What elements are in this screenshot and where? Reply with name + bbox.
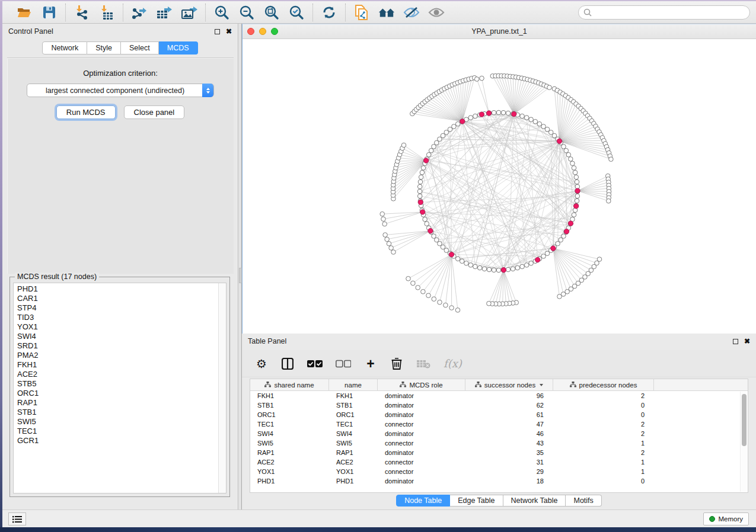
table-cell: dominator	[378, 449, 465, 456]
search-input[interactable]	[595, 8, 745, 17]
mcds-result-item[interactable]: STP4	[17, 303, 226, 313]
table-cell: ORC1	[329, 411, 378, 418]
refresh-view-icon[interactable]	[321, 4, 337, 21]
tab-style[interactable]: Style	[87, 41, 121, 55]
mcds-result-item[interactable]: RAP1	[17, 398, 226, 408]
mcds-result-item[interactable]: STB5	[17, 379, 226, 389]
mcds-result-list[interactable]: PHD1CAR1STP4TID3YOX1SWI4SRD1PMA2FKH1ACE2…	[13, 283, 227, 493]
mcds-result-item[interactable]: SWI5	[17, 417, 226, 427]
tab-node-table[interactable]: Node Table	[396, 495, 450, 507]
mcds-result-item[interactable]: SWI4	[17, 332, 226, 341]
float-panel-icon[interactable]	[215, 29, 220, 34]
task-history-button[interactable]	[8, 512, 26, 525]
table-panel-tabs: Node TableEdge TableNetwork TableMotifs	[242, 495, 756, 507]
mcds-result-item[interactable]: YOX1	[17, 322, 226, 332]
desktop-wallpaper-top	[0, 0, 756, 1]
table-row[interactable]: SWI4SWI4dominator462	[250, 429, 748, 438]
mcds-result-item[interactable]: TID3	[17, 313, 226, 322]
export-table-icon[interactable]	[156, 4, 173, 21]
table-row[interactable]: RAP1RAP1dominator352	[250, 448, 748, 457]
mcds-result-item[interactable]: FKH1	[17, 360, 226, 370]
zoom-fit-icon[interactable]	[263, 4, 280, 21]
table-row[interactable]: ACE2ACE2connector311	[250, 457, 748, 467]
function-builder-icon: f(x)	[444, 357, 462, 371]
control-panel-tabs: NetworkStyleSelectMCDS	[2, 41, 238, 55]
zoom-selected-icon[interactable]	[288, 4, 305, 21]
hide-selected-icon[interactable]	[403, 4, 420, 21]
table-cell: 2	[553, 421, 654, 428]
tab-select[interactable]: Select	[121, 41, 159, 55]
import-network-icon[interactable]	[74, 4, 90, 21]
import-table-icon[interactable]	[98, 4, 115, 21]
table-toolbar: ⚙ + f(x)	[242, 350, 756, 377]
chevron-up-down-icon	[202, 84, 213, 97]
network-view-panel: YPA_prune.txt_1	[242, 24, 756, 334]
table-cell: 2	[553, 392, 654, 399]
mcds-result-item[interactable]: PMA2	[17, 351, 226, 360]
table-row[interactable]: ORC1ORC1dominator610	[250, 410, 748, 419]
delete-row-icon[interactable]	[390, 357, 403, 371]
export-image-icon[interactable]	[181, 4, 197, 21]
mcds-result-item[interactable]: CAR1	[17, 294, 226, 303]
column-header-shared-name[interactable]: shared name	[250, 379, 329, 390]
tab-network[interactable]: Network	[42, 41, 87, 55]
mcds-result-item[interactable]: STB1	[17, 408, 226, 417]
table-cell: connector	[378, 459, 465, 466]
first-neighbors-icon[interactable]	[378, 4, 395, 21]
table-row[interactable]: YOX1YOX1connector291	[250, 467, 748, 476]
mcds-result-item[interactable]: SRD1	[17, 341, 226, 351]
table-row[interactable]: TEC1TEC1connector472	[250, 419, 748, 429]
table-cell: 61	[465, 411, 553, 418]
column-header-successor-nodes[interactable]: successor nodes	[465, 379, 553, 390]
duplicate-network-icon[interactable]	[353, 4, 370, 21]
table-row[interactable]: FKH1FKH1dominator962	[250, 391, 748, 400]
mcds-result-group: MCDS result (17 nodes) PHD1CAR1STP4TID3Y…	[9, 277, 230, 497]
mcds-result-item[interactable]: ACE2	[17, 370, 226, 379]
float-table-panel-icon[interactable]	[733, 339, 738, 344]
close-panel-icon[interactable]: ✖	[226, 28, 232, 35]
tab-edge-table[interactable]: Edge Table	[450, 495, 503, 507]
mcds-result-item[interactable]: TEC1	[17, 427, 226, 436]
criterion-dropdown-value: largest connected component (undirected)	[27, 86, 213, 95]
column-header-MCDS-role[interactable]: MCDS role	[378, 379, 465, 390]
column-header-predecessor-nodes[interactable]: predecessor nodes	[553, 379, 654, 390]
table-settings-icon[interactable]: ⚙	[255, 357, 268, 371]
show-all-icon[interactable]	[428, 4, 445, 21]
zoom-out-icon[interactable]	[238, 4, 255, 21]
table-cell: 43	[465, 440, 553, 447]
open-file-icon[interactable]	[16, 4, 33, 21]
table-row[interactable]: PHD1PHD1dominator180	[250, 476, 748, 486]
memory-button[interactable]: Memory	[703, 512, 749, 525]
table-cell: 0	[553, 477, 654, 485]
table-scrollbar[interactable]	[740, 392, 747, 492]
control-panel-titlebar: Control Panel ✖	[2, 24, 238, 39]
table-cell: 0	[553, 402, 654, 409]
mcds-result-item[interactable]: PHD1	[17, 284, 226, 294]
tab-mcds[interactable]: MCDS	[159, 41, 198, 55]
table-row[interactable]: SWI5SWI5connector431	[250, 438, 748, 448]
mcds-result-scrollbar[interactable]	[218, 283, 226, 493]
close-table-panel-icon[interactable]: ✖	[744, 338, 750, 345]
export-network-icon[interactable]	[131, 4, 148, 21]
tab-network-table[interactable]: Network Table	[503, 495, 566, 507]
node-table[interactable]: shared namenameMCDS rolesuccessor nodesp…	[250, 379, 748, 493]
sort-desc-icon	[540, 384, 543, 386]
criterion-dropdown[interactable]: largest connected component (undirected)	[27, 84, 214, 97]
save-session-icon[interactable]	[41, 4, 58, 21]
run-mcds-button[interactable]: Run MCDS	[56, 105, 116, 119]
add-row-icon[interactable]: +	[364, 357, 377, 371]
table-row[interactable]: STB1STB1dominator620	[250, 400, 748, 410]
table-cell: 29	[465, 468, 553, 475]
network-graph[interactable]	[243, 40, 756, 334]
select-all-icon[interactable]	[307, 357, 323, 371]
show-column-icon[interactable]	[281, 357, 294, 371]
zoom-in-icon[interactable]	[213, 4, 230, 21]
mcds-result-item[interactable]: ORC1	[17, 389, 226, 398]
close-panel-button[interactable]: Close panel	[124, 105, 185, 119]
deselect-all-icon[interactable]	[336, 357, 351, 371]
tab-motifs[interactable]: Motifs	[566, 495, 601, 507]
column-header-name[interactable]: name	[329, 379, 378, 390]
table-scrollbar-thumb[interactable]	[742, 394, 747, 446]
mcds-result-item[interactable]: GCR1	[17, 436, 226, 446]
table-cell: 2	[553, 449, 654, 456]
